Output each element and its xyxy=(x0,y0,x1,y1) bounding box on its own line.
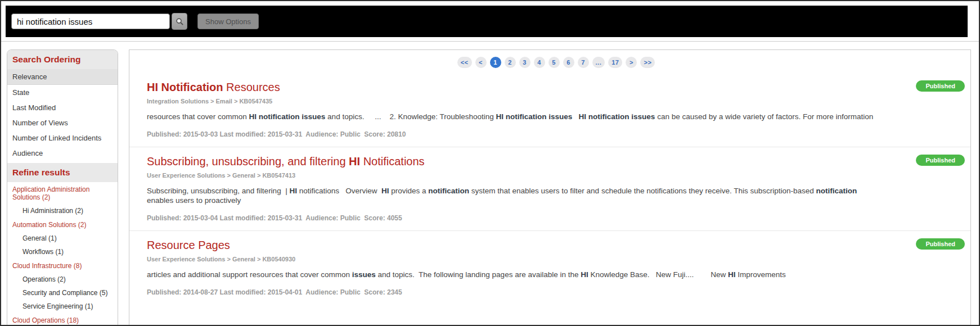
highlighted-term: issues xyxy=(352,270,376,279)
content-area: Search Ordering RelevanceStateLast Modif… xyxy=(1,42,979,326)
magnifier-icon xyxy=(176,17,184,26)
refine-subcategory-service-engineering-1[interactable]: Service Engineering (1) xyxy=(7,300,118,313)
result-breadcrumb: User Experience Solutions > General > KB… xyxy=(147,172,875,179)
plain-text: provides a xyxy=(389,187,428,195)
search-input[interactable] xyxy=(11,13,170,29)
page-button-6[interactable]: 6 xyxy=(563,57,574,68)
first-page-button[interactable]: << xyxy=(457,57,472,68)
plain-text: and topics. ... 2. Knowledge: Troublesho… xyxy=(325,112,496,121)
page-header: Show Options xyxy=(1,1,979,42)
page-button-3[interactable]: 3 xyxy=(519,57,531,68)
refine-subcategory-general-1[interactable]: General (1) xyxy=(7,232,118,245)
status-badge: Published xyxy=(916,80,965,92)
plain-text: Subscribing, unsubscribing, and filterin… xyxy=(147,155,349,167)
search-ordering-list: RelevanceStateLast ModifiedNumber of Vie… xyxy=(7,69,118,161)
page-button-17[interactable]: 17 xyxy=(608,57,622,68)
last-page-button[interactable]: >> xyxy=(640,57,655,68)
highlighted-term: HI notification issues xyxy=(579,112,655,121)
top-search-bar: Show Options xyxy=(6,6,968,37)
result-breadcrumb: User Experience Solutions > General > KB… xyxy=(147,256,875,262)
refine-subcategory-operations-2[interactable]: Operations (2) xyxy=(7,273,118,286)
next-page-button[interactable]: > xyxy=(626,57,637,68)
sort-option-last-modified[interactable]: Last Modified xyxy=(7,100,118,115)
highlighted-term: HI notification issues xyxy=(496,112,573,121)
refine-subcategory-hi-administration-2[interactable]: Hi Administration (2) xyxy=(7,204,118,218)
show-options-button[interactable]: Show Options xyxy=(197,13,259,29)
result-snippet: articles and additional support resource… xyxy=(147,270,875,280)
plain-text: Improvements xyxy=(736,270,786,279)
sort-option-number-of-views[interactable]: Number of Views xyxy=(7,115,118,130)
pagination: <<<1234567...17>>> xyxy=(129,50,970,73)
plain-text: Resources xyxy=(223,81,280,93)
plain-text: and topics. The following landing pages … xyxy=(376,270,581,279)
plain-text: resources that cover common xyxy=(147,112,249,121)
highlighted-term: HI xyxy=(381,187,389,195)
results-panel: <<<1234567...17>>> PublishedHI Notificat… xyxy=(129,49,971,326)
result-snippet: resources that cover common HI notificat… xyxy=(147,112,875,122)
result-title-link[interactable]: Resource Pages xyxy=(147,239,875,252)
pagination-ellipsis: ... xyxy=(592,57,605,68)
result-title-link[interactable]: Subscribing, unsubscribing, and filterin… xyxy=(147,155,875,168)
search-result: PublishedHI Notification ResourcesIntegr… xyxy=(129,73,970,147)
highlighted-term: HI xyxy=(728,270,736,279)
refine-category-cloud-infrastructure-8[interactable]: Cloud Infrastructure (8) xyxy=(7,259,118,273)
highlighted-term: HI xyxy=(349,155,360,167)
refine-category-application-administration-solutions-2[interactable]: Application Administration Solutions (2) xyxy=(7,182,118,204)
highlighted-term: HI xyxy=(581,270,588,279)
results-list: PublishedHI Notification ResourcesIntegr… xyxy=(129,73,970,305)
plain-text: Resource Pages xyxy=(147,239,230,251)
plain-text xyxy=(572,112,578,121)
plain-text: system that enables users to filter and … xyxy=(469,187,816,195)
highlighted-term: HI notification issues xyxy=(249,112,326,121)
highlighted-term: HI Notification xyxy=(147,81,223,93)
sort-option-state[interactable]: State xyxy=(7,85,118,100)
highlighted-term: notification xyxy=(428,187,469,195)
result-meta: Published: 2014-08-27 Last modified: 201… xyxy=(147,288,875,296)
highlighted-term: HI xyxy=(289,187,297,195)
plain-text: articles and additional support resource… xyxy=(147,270,352,279)
prev-page-button[interactable]: < xyxy=(475,57,487,68)
result-title-link[interactable]: HI Notification Resources xyxy=(147,81,875,94)
page-button-1[interactable]: 1 xyxy=(490,57,501,68)
search-ordering-header: Search Ordering xyxy=(7,50,118,69)
search-button[interactable] xyxy=(172,13,187,30)
plain-text: notifications Overview xyxy=(297,187,381,195)
search-result: PublishedResource PagesUser Experience S… xyxy=(129,231,970,305)
page-button-4[interactable]: 4 xyxy=(534,57,545,68)
result-breadcrumb: Integration Solutions > Email > KB054743… xyxy=(147,98,875,105)
sort-option-audience[interactable]: Audience xyxy=(7,146,118,161)
plain-text: Subscribing, unsubscribing, and filterin… xyxy=(147,187,289,195)
sidebar: Search Ordering RelevanceStateLast Modif… xyxy=(7,49,118,326)
refine-category-cloud-operations-18[interactable]: Cloud Operations (18) xyxy=(7,313,118,326)
refine-category-automation-solutions-2[interactable]: Automation Solutions (2) xyxy=(7,218,118,232)
plain-text: can be caused by a wide variety of facto… xyxy=(655,112,873,121)
refine-subcategory-security-and-compliance-5[interactable]: Security and Compliance (5) xyxy=(7,286,118,300)
sort-option-number-of-linked-incidents[interactable]: Number of Linked Incidents xyxy=(7,130,118,146)
result-snippet: Subscribing, unsubscribing, and filterin… xyxy=(147,187,875,206)
result-meta: Published: 2015-03-03 Last modified: 201… xyxy=(147,130,875,138)
status-badge: Published xyxy=(916,155,965,166)
refine-results-header: Refine results xyxy=(7,163,118,182)
highlighted-term: notification xyxy=(816,187,857,195)
refine-subcategory-workflows-1[interactable]: Workflows (1) xyxy=(7,245,118,259)
plain-text: Notifications xyxy=(360,155,425,167)
refine-results-list: Application Administration Solutions (2)… xyxy=(7,182,118,326)
page-button-5[interactable]: 5 xyxy=(549,57,560,68)
page-button-7[interactable]: 7 xyxy=(578,57,589,68)
page-button-2[interactable]: 2 xyxy=(505,57,516,68)
result-meta: Published: 2015-03-04 Last modified: 201… xyxy=(147,214,875,222)
sort-option-relevance[interactable]: Relevance xyxy=(7,69,118,85)
plain-text: Knowledge Base. New Fuji.... New xyxy=(588,270,728,279)
status-badge: Published xyxy=(916,238,965,250)
search-result: PublishedSubscribing, unsubscribing, and… xyxy=(129,147,970,231)
